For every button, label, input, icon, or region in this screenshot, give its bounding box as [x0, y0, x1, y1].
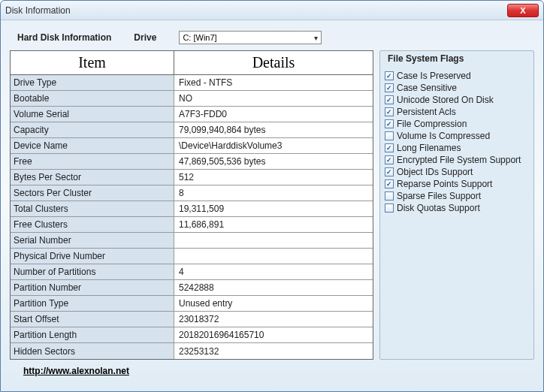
- flag-row: ✓Reparse Points Support: [385, 178, 529, 190]
- cell-item: Bytes Per Sector: [11, 170, 174, 185]
- table-row: Partition TypeUnused entry: [11, 296, 373, 312]
- flag-checkbox[interactable]: ✓: [385, 143, 394, 152]
- table-row: Drive TypeFixed - NTFS: [11, 75, 373, 91]
- cell-item: Sectors Per Cluster: [11, 185, 174, 201]
- drive-label: Drive: [134, 32, 156, 43]
- flag-checkbox[interactable]: ✓: [385, 107, 394, 116]
- cell-details: Unused entry: [174, 296, 373, 311]
- cell-item: Hidden Sectors: [11, 343, 174, 359]
- table-body: Drive TypeFixed - NTFSBootableNOVolume S…: [11, 75, 373, 359]
- cell-details: Fixed - NTFS: [174, 75, 373, 90]
- flag-checkbox[interactable]: ✓: [385, 71, 394, 80]
- table-row: Partition Length20182016964165710: [11, 327, 373, 343]
- flag-checkbox[interactable]: [385, 191, 394, 201]
- flag-label: File Compression: [397, 118, 467, 130]
- cell-details: 20182016964165710: [174, 327, 373, 342]
- cell-details: [174, 249, 373, 264]
- hard-disk-info-label: Hard Disk Information: [10, 32, 111, 43]
- cell-item: Number of Partitions: [11, 264, 174, 279]
- flag-label: Case Sensitive: [397, 82, 457, 94]
- titlebar[interactable]: Disk Information X: [1, 1, 543, 20]
- close-icon: X: [520, 6, 525, 15]
- flag-row: ✓Long Filenames: [385, 142, 529, 154]
- flag-row: ✓Case Is Preserved: [385, 70, 529, 82]
- close-button[interactable]: X: [507, 4, 539, 17]
- info-table: Item Details Drive TypeFixed - NTFSBoota…: [10, 50, 373, 360]
- cell-details: 47,869,505,536 bytes: [174, 154, 373, 169]
- cell-item: Drive Type: [11, 75, 174, 90]
- flag-label: Sparse Files Support: [397, 190, 481, 202]
- table-row: Sectors Per Cluster8: [11, 185, 373, 201]
- window: Disk Information X Hard Disk Information…: [0, 0, 544, 392]
- flag-checkbox[interactable]: ✓: [385, 83, 394, 92]
- cell-item: Physical Drive Number: [11, 249, 174, 264]
- cell-details: [174, 233, 373, 248]
- table-row: Free47,869,505,536 bytes: [11, 154, 373, 170]
- flag-row: ✓Persistent Acls: [385, 106, 529, 118]
- flag-label: Object IDs Support: [397, 166, 473, 178]
- file-system-flags-panel: File System Flags ✓Case Is Preserved✓Cas…: [379, 50, 534, 360]
- flag-label: Persistent Acls: [397, 106, 456, 118]
- flag-row: ✓Unicode Stored On Disk: [385, 94, 529, 106]
- cell-details: 8: [174, 185, 373, 201]
- flag-checkbox[interactable]: ✓: [385, 119, 394, 128]
- flag-checkbox[interactable]: ✓: [385, 95, 394, 104]
- cell-details: 5242888: [174, 280, 373, 295]
- cell-item: Total Clusters: [11, 201, 174, 216]
- cell-item: Free: [11, 154, 174, 169]
- cell-item: Serial Number: [11, 233, 174, 248]
- cell-details: 512: [174, 170, 373, 185]
- col-header-item: Item: [11, 51, 174, 74]
- table-row: BootableNO: [11, 91, 373, 107]
- flag-row: ✓Encrypted File System Support: [385, 154, 529, 166]
- cell-item: Partition Length: [11, 327, 174, 342]
- cell-details: 79,099,940,864 bytes: [174, 122, 373, 137]
- table-row: Number of Partitions4: [11, 264, 373, 280]
- table-row: Physical Drive Number: [11, 249, 373, 264]
- flag-row: ✓Object IDs Support: [385, 166, 529, 178]
- cell-item: Partition Number: [11, 280, 174, 295]
- cell-details: NO: [174, 91, 373, 106]
- main-row: Item Details Drive TypeFixed - NTFSBoota…: [10, 50, 534, 360]
- cell-details: 4: [174, 264, 373, 279]
- flag-checkbox[interactable]: ✓: [385, 155, 394, 164]
- cell-item: Free Clusters: [11, 217, 174, 232]
- cell-item: Volume Serial: [11, 107, 174, 122]
- col-header-details: Details: [174, 51, 373, 74]
- table-row: Free Clusters11,686,891: [11, 217, 373, 233]
- drive-select[interactable]: C: [Win7]: [179, 31, 322, 44]
- table-row: Hidden Sectors23253132: [11, 343, 373, 359]
- table-row: Volume SerialA7F3-FDD0: [11, 107, 373, 122]
- cell-item: Start Offset: [11, 312, 174, 327]
- flag-label: Disk Quotas Support: [397, 202, 480, 214]
- drive-selected-value: C: [Win7]: [183, 33, 216, 42]
- flag-label: Reparse Points Support: [397, 178, 492, 190]
- flag-label: Encrypted File System Support: [397, 154, 521, 166]
- flags-title: File System Flags: [385, 53, 529, 64]
- table-row: Device Name\Device\HarddiskVolume3: [11, 138, 373, 154]
- flag-row: Sparse Files Support: [385, 190, 529, 202]
- cell-details: 23253132: [174, 343, 373, 359]
- cell-item: Device Name: [11, 138, 174, 153]
- flag-label: Case Is Preserved: [397, 70, 471, 82]
- flag-label: Long Filenames: [397, 142, 461, 154]
- cell-details: 11,686,891: [174, 217, 373, 232]
- flag-checkbox[interactable]: [385, 204, 394, 213]
- flag-label: Unicode Stored On Disk: [397, 94, 494, 106]
- flag-checkbox[interactable]: ✓: [385, 167, 394, 176]
- flag-row: Volume Is Compressed: [385, 130, 529, 142]
- table-header: Item Details: [11, 51, 373, 75]
- window-title: Disk Information: [5, 5, 507, 16]
- cell-item: Bootable: [11, 91, 174, 106]
- website-link[interactable]: http://www.alexnolan.net: [23, 366, 129, 376]
- table-row: Start Offset23018372: [11, 312, 373, 327]
- table-row: Serial Number: [11, 233, 373, 249]
- cell-details: \Device\HarddiskVolume3: [174, 138, 373, 153]
- cell-details: A7F3-FDD0: [174, 107, 373, 122]
- table-row: Bytes Per Sector512: [11, 170, 373, 185]
- table-row: Capacity79,099,940,864 bytes: [11, 122, 373, 138]
- flag-checkbox[interactable]: [385, 131, 394, 140]
- flag-row: ✓File Compression: [385, 118, 529, 130]
- cell-item: Capacity: [11, 122, 174, 137]
- flag-checkbox[interactable]: ✓: [385, 179, 394, 188]
